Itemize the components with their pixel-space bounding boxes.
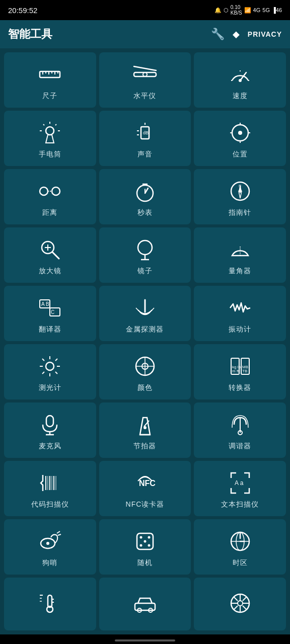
tool-item-textscan[interactable]: A a文本扫描仪 <box>194 461 286 516</box>
svg-point-119 <box>238 601 243 606</box>
tool-item-metal[interactable]: 金属探测器 <box>99 286 191 341</box>
tool-item-compass[interactable]: N指南针 <box>194 169 286 224</box>
svg-point-101 <box>148 544 150 547</box>
tool-item-distance[interactable]: 距离 <box>4 169 96 224</box>
tool-label-level: 水平仪 <box>133 92 156 101</box>
tool-label-distance: 距离 <box>42 208 57 217</box>
tool-label-whistle: 狗哨 <box>42 558 57 568</box>
svg-point-15 <box>46 127 54 135</box>
tool-item-wheel[interactable] <box>194 578 286 630</box>
svg-rect-7 <box>134 72 156 76</box>
svg-point-32 <box>40 187 48 195</box>
svg-line-64 <box>42 372 44 374</box>
privacy-button[interactable]: PRIVACY <box>248 30 282 38</box>
tools-grid: 尺子水平仪速度手电筒dB声音位置距离秒表N指南针放大镜镜子量角器A BC翻译器金… <box>0 48 290 634</box>
tool-item-whistle[interactable]: 狗哨 <box>4 519 96 575</box>
tool-item-thermometer[interactable] <box>4 578 96 630</box>
tool-label-barcode: 代码扫描仪 <box>31 500 69 509</box>
svg-text:N: N <box>239 184 241 188</box>
wrench-icon[interactable]: 🔧 <box>211 28 225 41</box>
tool-label-timezone: 时区 <box>233 558 248 568</box>
svg-point-100 <box>139 544 142 547</box>
tool-item-tuner[interactable]: 调谐器 <box>194 403 286 458</box>
tool-item-barcode[interactable]: 代码扫描仪 <box>4 461 96 516</box>
location-icon <box>227 120 253 146</box>
tuner-icon <box>227 412 253 438</box>
tool-item-ruler[interactable]: 尺子 <box>4 52 96 108</box>
tool-item-mic[interactable]: 麦克风 <box>4 403 96 458</box>
bluetooth-icon: ⬡ <box>224 7 229 14</box>
tool-label-vibration: 振动计 <box>229 325 251 334</box>
tool-label-ruler: 尺子 <box>42 92 57 101</box>
tool-label-converter: 转换器 <box>229 383 251 392</box>
vibration-icon <box>227 295 253 321</box>
tool-item-speed[interactable]: 速度 <box>194 52 286 108</box>
level-icon <box>132 61 158 88</box>
random-icon <box>132 528 158 554</box>
tool-item-sound[interactable]: dB声音 <box>99 111 191 166</box>
metal-icon <box>132 295 158 321</box>
svg-point-102 <box>143 540 146 543</box>
tool-item-converter[interactable]: kg lbm ftMBTB转换器 <box>194 344 286 399</box>
ruler-icon <box>37 61 63 88</box>
tool-item-protractor[interactable]: 量角器 <box>194 227 286 283</box>
thermometer-icon <box>37 590 63 616</box>
wheel-icon <box>227 590 253 616</box>
tool-label-color: 颜色 <box>137 383 153 392</box>
tool-label-metronome: 节拍器 <box>133 442 156 451</box>
tool-item-level[interactable]: 水平仪 <box>99 52 191 108</box>
tool-label-tuner: 调谐器 <box>229 442 251 451</box>
svg-line-17 <box>55 124 56 125</box>
svg-line-96 <box>58 534 61 535</box>
speed-icon <box>227 61 253 88</box>
sound-icon: dB <box>132 120 158 146</box>
notification-icon: 🔔 <box>214 7 222 14</box>
status-time: 20:59:52 <box>8 6 37 15</box>
tool-item-nfc[interactable]: NFCNFC读卡器 <box>99 461 191 516</box>
tool-item-translator[interactable]: A BC翻译器 <box>4 286 96 341</box>
svg-text:m ft: m ft <box>232 369 239 373</box>
tool-label-light: 测光计 <box>39 383 61 392</box>
tool-item-car[interactable] <box>99 578 191 630</box>
textscan-icon: A a <box>227 470 253 496</box>
whistle-icon <box>37 528 63 554</box>
nav-icon[interactable]: ◆ <box>233 29 240 40</box>
tool-item-vibration[interactable]: 振动计 <box>194 286 286 341</box>
tool-item-magnifier[interactable]: 放大镜 <box>4 227 96 283</box>
tool-item-color[interactable]: 颜色 <box>99 344 191 399</box>
svg-point-94 <box>46 542 49 545</box>
tool-item-location[interactable]: 位置 <box>194 111 286 166</box>
magnifier-icon <box>37 236 63 263</box>
status-icons: 🔔 ⬡ 0.10KB/S 📶 4G 5G ▐46 <box>214 5 282 16</box>
tool-item-flashlight[interactable]: 手电筒 <box>4 111 96 166</box>
tool-item-metronome[interactable]: 节拍器 <box>99 403 191 458</box>
svg-text:dB: dB <box>143 130 149 135</box>
svg-line-125 <box>243 606 247 610</box>
svg-line-45 <box>52 252 59 259</box>
metronome-icon <box>132 412 158 438</box>
nfc-icon: NFC <box>132 470 158 496</box>
tool-label-flashlight: 手电筒 <box>39 150 61 159</box>
tool-item-mirror[interactable]: 镜子 <box>99 227 191 283</box>
svg-line-65 <box>55 359 57 361</box>
distance-icon <box>37 178 63 204</box>
svg-text:TB: TB <box>242 369 247 373</box>
flashlight-icon <box>37 120 63 146</box>
bottom-bar <box>0 634 290 644</box>
tool-label-location: 位置 <box>233 150 248 159</box>
app-title: 智能工具 <box>8 27 52 42</box>
wifi-icon: 📶 <box>244 7 251 14</box>
svg-text:NFC: NFC <box>139 479 156 488</box>
converter-icon: kg lbm ftMBTB <box>227 353 253 379</box>
tool-item-stopwatch[interactable]: 秒表 <box>99 169 191 224</box>
tool-label-translator: 翻译器 <box>39 325 61 334</box>
tool-label-textscan: 文本扫描仪 <box>221 500 259 509</box>
tool-item-light[interactable]: 测光计 <box>4 344 96 399</box>
tool-label-sound: 声音 <box>137 150 153 159</box>
tool-item-random[interactable]: 随机 <box>99 519 191 575</box>
svg-text:A a: A a <box>235 479 244 487</box>
tool-item-timezone[interactable]: 时区 <box>194 519 286 575</box>
svg-point-33 <box>52 187 60 195</box>
svg-line-18 <box>43 124 44 125</box>
tool-label-metal: 金属探测器 <box>126 325 164 334</box>
